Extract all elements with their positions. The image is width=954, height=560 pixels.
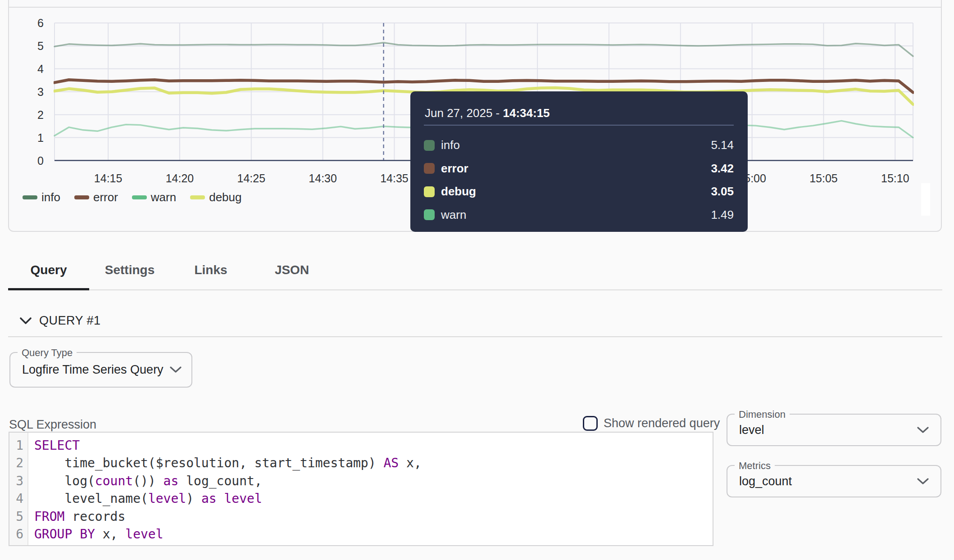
dimension-select[interactable]: Dimension level (727, 414, 941, 446)
code-line: level_name(level) as level (34, 490, 422, 507)
tooltip-series-label: debug (441, 185, 476, 199)
query-header-label: QUERY #1 (39, 314, 101, 328)
tooltip-divider (424, 125, 734, 126)
tooltip-time: 14:34:15 (503, 106, 550, 120)
tab-json[interactable]: JSON (251, 251, 332, 289)
scrollbar-thumb[interactable] (921, 183, 930, 216)
chevron-down-icon (917, 478, 929, 485)
tooltip-row-warn: warn1.49 (424, 203, 734, 227)
chart-legend: infoerrorwarndebug (23, 191, 242, 204)
card-header-divider (9, 7, 941, 8)
legend-label: info (41, 190, 60, 204)
metrics-value: log_count (739, 474, 792, 488)
chevron-down-icon (170, 366, 182, 373)
sql-editor[interactable]: 123456 SELECT time_bucket($resolution, s… (9, 432, 713, 546)
legend-label: error (93, 190, 118, 204)
checkbox-icon[interactable] (583, 416, 598, 431)
sql-code[interactable]: SELECT time_bucket($resolution, start_ti… (28, 433, 422, 545)
code-line: FROM records (34, 508, 422, 525)
section-divider (8, 336, 942, 337)
tooltip-row-error: error3.42 (424, 157, 734, 181)
code-line: SELECT (34, 437, 422, 454)
tooltip-series-label: info (441, 138, 460, 152)
line-number: 6 (9, 525, 23, 543)
tooltip-series-value: 5.14 (711, 138, 734, 152)
tooltip-swatch-error (424, 163, 435, 174)
legend-label: debug (209, 190, 241, 204)
tab-label: JSON (275, 263, 309, 277)
dimension-value: level (739, 423, 764, 437)
code-line: time_bucket($resolution, start_timestamp… (34, 454, 422, 472)
tooltip-date: Jun 27, 2025 - (425, 106, 503, 120)
tab-links[interactable]: Links (170, 251, 251, 289)
legend-label: warn (151, 190, 176, 204)
tooltip-series-label: warn (441, 208, 466, 222)
line-number-gutter: 123456 (9, 433, 28, 545)
chevron-down-icon (917, 427, 929, 434)
line-number: 5 (9, 508, 23, 525)
legend-item-error[interactable]: error (74, 190, 118, 204)
legend-swatch-info (23, 195, 37, 199)
line-number: 4 (9, 490, 23, 507)
code-line: log(count()) as log_count, (34, 472, 422, 490)
checkbox-label: Show rendered query (604, 416, 720, 430)
tooltip-swatch-info (424, 140, 435, 151)
metrics-select[interactable]: Metrics log_count (727, 465, 941, 497)
tooltip-series-value: 1.49 (711, 208, 734, 222)
tab-label: Settings (105, 263, 154, 277)
tab-settings[interactable]: Settings (89, 251, 170, 289)
tooltip-series-label: error (441, 162, 468, 176)
line-number: 3 (9, 472, 23, 490)
tab-label: Links (194, 263, 227, 277)
legend-item-debug[interactable]: debug (190, 190, 241, 204)
legend-swatch-debug (190, 195, 205, 199)
sql-expression-label: SQL Expression (9, 418, 96, 432)
tooltip-swatch-debug (424, 186, 435, 197)
chart-tooltip: Jun 27, 2025 - 14:34:15 info5.14error3.4… (410, 91, 748, 232)
query-type-value: Logfire Time Series Query (22, 363, 164, 377)
query-section-header[interactable]: QUERY #1 (20, 314, 101, 328)
tab-query[interactable]: Query (8, 251, 89, 289)
legend-swatch-error (74, 195, 89, 199)
tooltip-series-value: 3.05 (711, 185, 734, 199)
code-line: GROUP BY x, level (34, 525, 422, 543)
query-type-select[interactable]: Query Type Logfire Time Series Query (9, 352, 192, 388)
legend-item-info[interactable]: info (23, 190, 60, 204)
line-number: 1 (9, 437, 23, 454)
line-number: 2 (9, 454, 23, 472)
show-rendered-query-checkbox[interactable]: Show rendered query (583, 416, 720, 431)
tab-label: Query (31, 263, 67, 277)
tooltip-rows: info5.14error3.42debug3.05warn1.49 (424, 134, 734, 226)
tooltip-series-value: 3.42 (711, 162, 734, 176)
tooltip-title: Jun 27, 2025 - 14:34:15 (425, 106, 550, 120)
chevron-down-icon (20, 317, 32, 325)
tooltip-row-info: info5.14 (424, 134, 734, 157)
tooltip-row-debug: debug3.05 (424, 180, 734, 203)
tab-bar: QuerySettingsLinksJSON (8, 251, 942, 290)
tooltip-swatch-warn (424, 209, 435, 220)
legend-swatch-warn (132, 195, 147, 199)
active-tab-underline (8, 288, 89, 290)
legend-item-warn[interactable]: warn (132, 190, 176, 204)
